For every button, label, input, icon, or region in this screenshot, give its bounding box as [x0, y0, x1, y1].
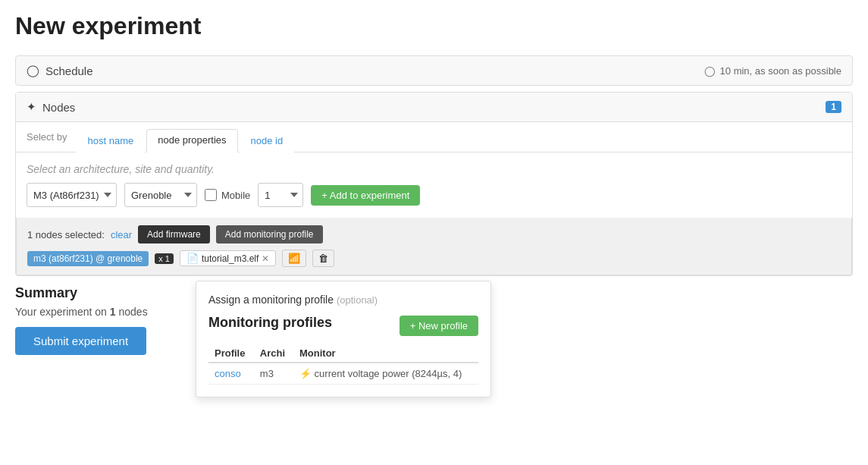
popup-assign-text: Assign a monitoring profile (optional) [208, 294, 378, 306]
site-select[interactable]: Grenoble Strasbourg Saclay [124, 183, 197, 207]
add-to-experiment-button[interactable]: + Add to experiment [311, 185, 420, 206]
profile-archi: m3 [254, 363, 293, 385]
submit-experiment-button[interactable]: Submit experiment [15, 327, 146, 355]
mobile-checkbox[interactable] [205, 189, 217, 201]
page-title: New experiment [15, 12, 853, 40]
schedule-label: Schedule [45, 64, 93, 77]
firmware-tag: 📄 tutorial_m3.elf ✕ [180, 250, 276, 266]
profile-monitor: ⚡ current voltage power (8244µs, 4) [293, 363, 478, 385]
firmware-name: tutorial_m3.elf [202, 253, 259, 264]
popup-section-title: Monitoring profiles [208, 315, 332, 331]
controls-row: M3 (At86rf231) A8 (At86rf231) Grenoble S… [27, 183, 841, 207]
add-monitoring-profile-button[interactable]: Add monitoring profile [216, 225, 323, 243]
select-by-label: Select by [27, 131, 67, 149]
mobile-row: Mobile [205, 189, 250, 201]
tabs-row: Select by host name node properties node… [16, 122, 852, 152]
schedule-info: 10 min, as soon as possible [720, 65, 841, 77]
copy-icon-button[interactable]: 📶 [282, 250, 306, 267]
architecture-select[interactable]: M3 (At86rf231) A8 (At86rf231) [27, 183, 117, 207]
popup-title-row: Assign a monitoring profile (optional) [208, 294, 478, 306]
trash-icon-button[interactable]: 🗑 [312, 250, 334, 267]
mobile-label: Mobile [221, 190, 250, 201]
selected-section: 1 nodes selected: clear Add firmware Add… [16, 218, 852, 275]
tab-node-properties[interactable]: node properties [146, 129, 237, 152]
add-firmware-button[interactable]: Add firmware [138, 225, 210, 243]
select-hint: Select an architecture, site and quantit… [27, 163, 841, 175]
quantity-select[interactable]: 1 2 3 [258, 183, 303, 207]
multiplier-badge: x 1 [155, 253, 174, 264]
nodes-label: Nodes [42, 101, 75, 114]
schedule-section: ◯ Schedule ◯ 10 min, as soon as possible [15, 55, 853, 86]
summary-node-count: 1 [110, 306, 116, 318]
selected-nodes-row: 1 nodes selected: clear Add firmware Add… [27, 225, 841, 243]
col-profile: Profile [208, 344, 254, 363]
firmware-close-icon[interactable]: ✕ [262, 253, 269, 264]
lightning-icon: ⚡ [299, 368, 312, 379]
node-details-row: m3 (at86rf231) @ grenoble x 1 📄 tutorial… [27, 250, 841, 267]
table-row[interactable]: conso m3 ⚡ current voltage power (8244µs… [208, 363, 478, 385]
col-archi: Archi [254, 344, 293, 363]
nodes-badge: 1 [826, 101, 841, 113]
nodes-body: Select an architecture, site and quantit… [16, 152, 852, 218]
new-profile-button[interactable]: + New profile [400, 316, 478, 336]
tab-node-id[interactable]: node id [240, 130, 295, 152]
selected-count: 1 nodes selected: [27, 229, 105, 240]
node-tag: m3 (at86rf231) @ grenoble [27, 251, 149, 266]
firmware-icon: 📄 [186, 253, 199, 264]
col-monitor: Monitor [293, 344, 478, 363]
tab-host-name[interactable]: host name [76, 130, 145, 152]
nodes-icon: ✦ [27, 100, 36, 114]
profile-name: conso [208, 363, 254, 385]
monitoring-popup: Assign a monitoring profile (optional) M… [196, 281, 491, 397]
popup-optional-text: (optional) [337, 294, 378, 306]
monitoring-profiles-table: Profile Archi Monitor conso m3 ⚡ current… [208, 344, 478, 385]
clock-small-icon: ◯ [704, 65, 716, 77]
clock-icon: ◯ [27, 64, 39, 77]
nodes-section: ✦ Nodes 1 Select by host name node prope… [15, 92, 853, 276]
clear-link[interactable]: clear [111, 229, 132, 240]
